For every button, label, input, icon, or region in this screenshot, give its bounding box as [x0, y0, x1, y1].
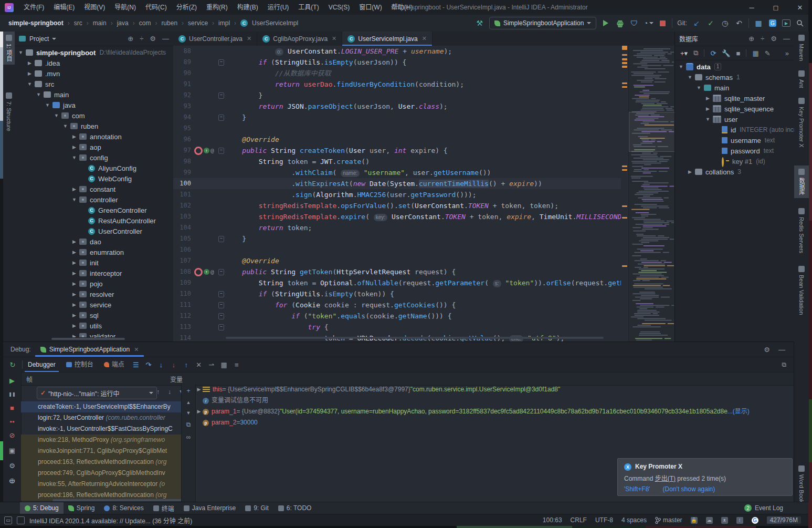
project-tree-item-aop[interactable]: ▶aop — [15, 142, 173, 152]
variable-row-3[interactable]: ▶pparam_1 = {User@8832} "User(id=3745943… — [195, 406, 794, 417]
chevron-down-icon[interactable] — [52, 38, 56, 40]
tree-toggle-icon[interactable]: ▶ — [71, 144, 77, 150]
force-step-into-icon[interactable]: ↓ — [167, 361, 180, 369]
warning-stripe-mark[interactable] — [622, 165, 627, 167]
menu-item-12[interactable]: 窗口(W) — [354, 0, 386, 15]
menu-item-11[interactable]: VCS(S) — [324, 0, 355, 15]
toolwindow-button-5-debug[interactable]: 5: Debug — [20, 502, 64, 514]
stack-frame-1[interactable]: createToken:-1, UserServiceImpl$$Enhance… — [21, 401, 181, 412]
search-everywhere-icon[interactable] — [795, 18, 805, 28]
tool-strip-item-7-structure[interactable]: 7: Structure — [3, 89, 15, 134]
database-tree-item-sqlite_sequence[interactable]: ▶sqlite_sequence — [675, 103, 794, 114]
fold-marker-icon[interactable]: − — [218, 92, 224, 99]
menu-item-1[interactable]: 文件(F) — [19, 0, 49, 15]
caret-position[interactable]: 100:63 — [543, 516, 562, 524]
tool-strip-item--[interactable]: 数据库 — [794, 165, 809, 198]
minimap-viewport[interactable] — [629, 112, 675, 152]
fold-marker-icon[interactable]: − — [218, 302, 224, 308]
editor-error-stripe[interactable] — [621, 46, 628, 341]
tool-strip-item-bean-validation[interactable]: Bean Validation — [794, 263, 809, 318]
warning-stripe-mark[interactable] — [622, 54, 627, 56]
warning-stripe-mark[interactable] — [622, 169, 627, 171]
toolwindow-button-9-git[interactable]: 9: Git — [240, 502, 273, 514]
menu-item-9[interactable]: 运行(U) — [263, 0, 294, 15]
database-tree-item-main[interactable]: ▼main — [675, 82, 794, 93]
tree-toggle-icon[interactable]: ▶ — [71, 134, 77, 139]
tool-strip-item-word-book[interactable]: Word Book — [794, 462, 809, 506]
project-tree-item-validator[interactable]: ▶validator — [15, 331, 173, 337]
indent-setting[interactable]: 4 spaces — [621, 516, 647, 524]
code-line-97[interactable]: 97↑@− public String createToken(User use… — [173, 145, 621, 156]
code-minimap[interactable] — [628, 46, 675, 341]
tree-toggle-icon[interactable]: ▼ — [45, 102, 50, 108]
toolwindow-button-8-services[interactable]: 8: Services — [99, 502, 148, 514]
menu-item-10[interactable]: 工具(T) — [293, 0, 323, 15]
toolwindow-button--[interactable]: 终端 — [149, 502, 179, 514]
database-panel-title[interactable]: 数据库 — [679, 34, 698, 43]
code-line-89[interactable]: 89− if (StringUtils.isEmpty(userJson)) { — [173, 57, 621, 68]
stack-frame-3[interactable]: invoke:-1, UserController$$FastClassBySp… — [21, 423, 181, 434]
lock-icon[interactable]: 🔓 — [691, 517, 698, 524]
code-line-101[interactable]: 101 .sign(Algorithm.HMAC256(user.getPass… — [173, 189, 621, 200]
screenshot-icon[interactable]: ▣ — [9, 447, 15, 454]
hide-panel-icon[interactable]: — — [783, 35, 790, 43]
file-encoding[interactable]: UTF-8 — [595, 516, 613, 524]
stack-frame-6[interactable]: proceed:163, ReflectiveMethodInvocation … — [21, 457, 181, 468]
tool-strip-item-maven[interactable]: Maven — [794, 32, 809, 64]
tree-toggle-icon[interactable]: ▼ — [27, 81, 33, 87]
diagrams-icon[interactable]: ▦ — [754, 18, 763, 28]
project-tree-item--idea[interactable]: ▶.idea — [15, 58, 173, 68]
table-view-icon[interactable]: ▦ — [752, 49, 758, 57]
evaluate-expression-icon[interactable]: ▦ — [218, 361, 230, 369]
stack-frame-2[interactable]: login:72, UserController (com.ruben.cont… — [21, 412, 181, 423]
build-icon[interactable]: ⚒ — [475, 18, 484, 28]
project-tree-item-annotation[interactable]: ▶annotation — [15, 131, 173, 142]
code-line-111[interactable]: 111− for (Cookie cookie : request.getCoo… — [173, 299, 621, 310]
tree-toggle-icon[interactable]: ▶ — [705, 96, 711, 101]
code-line-113[interactable]: 113− try { — [173, 322, 621, 333]
code-line-102[interactable]: 102 stringRedisTemplate.opsForValue().se… — [173, 200, 621, 211]
database-tree-item-schemas[interactable]: ▼schemas1 — [675, 72, 794, 82]
breadcrumb-item[interactable]: UserServiceImpl — [252, 19, 298, 27]
tree-toggle-icon[interactable]: ▶ — [705, 106, 711, 111]
git-branch[interactable]: master — [655, 516, 682, 524]
tree-toggle-icon[interactable]: ▶ — [71, 313, 77, 318]
step-into-icon[interactable]: ↓ — [155, 361, 167, 369]
project-tree-item-resolver[interactable]: ▶resolver — [15, 289, 173, 299]
tree-toggle-icon[interactable]: ▶ — [71, 250, 77, 255]
stop-icon[interactable]: ■ — [736, 49, 741, 57]
tree-toggle-icon[interactable]: ▼ — [696, 85, 702, 90]
tree-toggle-icon[interactable]: ▶ — [71, 302, 77, 307]
tree-toggle-icon[interactable]: ▼ — [71, 155, 77, 160]
duplicate-icon[interactable]: ⧉ — [693, 49, 698, 57]
settings-sliders-icon[interactable]: ≡ — [230, 361, 243, 369]
edit-icon[interactable]: ✎ — [765, 49, 771, 57]
stack-frame-5[interactable]: invokeJoinpoint:771, CglibAopProxy$Cglib… — [21, 446, 181, 457]
fold-marker-icon[interactable]: − — [218, 236, 224, 242]
git-commit-icon[interactable]: ✓ — [706, 18, 715, 28]
thread-selector[interactable]: ✓ "http-nio-..."main": 运行中 — [37, 387, 157, 399]
database-tree-item-key-#1[interactable]: key #1(id) — [675, 156, 794, 167]
project-tree-item-init[interactable]: ▶init — [15, 257, 173, 268]
tree-toggle-icon[interactable]: ▼ — [678, 64, 684, 69]
project-tree-item-sql[interactable]: ▶sql — [15, 310, 173, 320]
close-icon[interactable]: ✕ — [332, 35, 336, 42]
warning-stripe-mark[interactable] — [622, 217, 627, 219]
fold-marker-icon[interactable]: − — [218, 59, 224, 66]
rollback-icon[interactable]: ↶ — [734, 18, 744, 28]
gear-icon[interactable]: ⚙ — [9, 462, 15, 470]
spring-bean-icon[interactable] — [194, 147, 203, 155]
toolwindow-button-spring[interactable]: Spring — [64, 502, 100, 514]
tree-toggle-icon[interactable]: ▼ — [36, 92, 41, 97]
locate-file-icon[interactable]: ⊕ — [128, 35, 133, 43]
tree-toggle-icon[interactable]: ▶ — [71, 281, 77, 286]
close-icon[interactable]: ✕ — [422, 35, 427, 42]
code-line-96[interactable]: 96 @Override — [173, 134, 621, 145]
stack-frame-8[interactable]: invoke:55, AfterReturningAdviceIntercept… — [21, 479, 181, 490]
tree-toggle-icon[interactable]: ▶ — [687, 169, 693, 174]
scrollbar[interactable] — [52, 499, 181, 501]
scrollbar[interactable] — [51, 338, 125, 340]
editor-tab-cglibaopproxy-java[interactable]: CCglibAopProxy.java✕ — [257, 32, 342, 46]
tree-toggle-icon[interactable]: ▶ — [71, 260, 77, 265]
gear-icon[interactable]: ⚙ — [771, 35, 777, 43]
